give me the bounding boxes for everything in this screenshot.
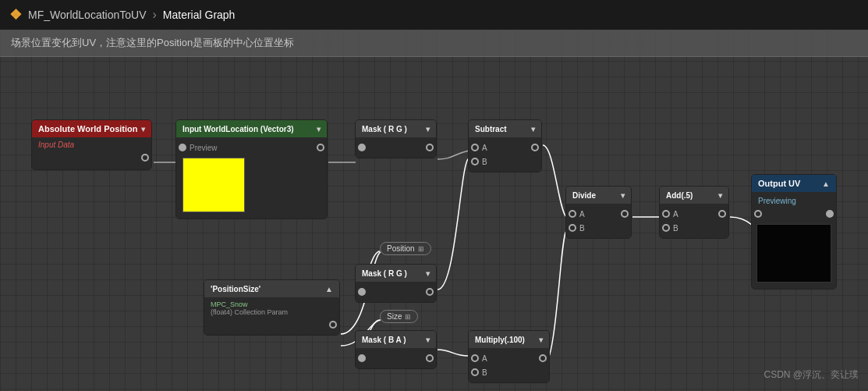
node-absolute-world-position[interactable]: Absolute World Position ▾ Input Data (31, 119, 152, 170)
possize-body: MPC_Snow (float4) Collection Param (204, 297, 339, 335)
mask-rg-top-body (356, 137, 436, 158)
multiply-output-pin[interactable] (539, 354, 547, 362)
node-awp-body: Input Data (32, 137, 151, 169)
node-size[interactable]: Size ⊞ (380, 308, 418, 323)
multiply-header: Multiply(.100) ▾ (469, 331, 549, 348)
node-subtract[interactable]: Subtract ▾ A B (468, 119, 542, 172)
node-iwl-header: Input WorldLocation (Vector3) ▾ (176, 120, 327, 137)
node-position-size[interactable]: 'PositionSize' ▲ MPC_Snow (float4) Colle… (204, 279, 340, 336)
mask-ba-header: Mask ( B A ) ▾ (356, 331, 436, 348)
position-icon: ⊞ (418, 245, 424, 253)
graph-canvas[interactable]: 场景位置变化到UV，注意这里的Position是画板的中心位置坐标 Absol (0, 30, 868, 391)
multiply-body: A B (469, 348, 549, 382)
add-a-pin[interactable] (662, 210, 670, 218)
subtract-b-pin[interactable] (471, 158, 479, 165)
mask-rg-bot-header: Mask ( R G ) ▾ (356, 265, 436, 282)
node-awp-header: Absolute World Position ▾ (32, 120, 151, 137)
possize-chevron[interactable]: ▲ (325, 285, 333, 293)
iwl-preview-area (182, 158, 245, 212)
awp-output-pin[interactable] (141, 154, 149, 162)
mask-ba-output-pin[interactable] (426, 354, 434, 362)
add-b-pin[interactable] (662, 224, 670, 232)
canvas-banner: 场景位置变化到UV，注意这里的Position是画板的中心位置坐标 (0, 30, 868, 57)
project-name[interactable]: MF_WorldLocationToUV (28, 9, 146, 21)
divide-chevron[interactable]: ▾ (621, 191, 625, 200)
output-chevron[interactable]: ▲ (822, 180, 830, 188)
mask-ba-body (356, 348, 436, 368)
mask-rg-bot-output-pin[interactable] (426, 288, 434, 296)
iwl-preview-label: Preview (176, 140, 327, 155)
size-label: Size (387, 312, 402, 321)
mask-rg-top-output-pin[interactable] (426, 144, 434, 151)
iwl-input-pin[interactable] (179, 144, 186, 151)
node-position[interactable]: Position ⊞ (380, 240, 431, 255)
awp-output-row (32, 151, 151, 165)
output-preview (756, 224, 831, 283)
add-header: Add(.5) ▾ (660, 187, 728, 204)
node-divide[interactable]: Divide ▾ A B (565, 186, 632, 239)
possize-subtitle2: (float4) Collection Param (204, 308, 339, 318)
size-icon: ⊞ (405, 313, 411, 321)
mask-ba-chevron[interactable]: ▾ (426, 336, 430, 344)
mask-rg-top-header: Mask ( R G ) ▾ (356, 120, 436, 137)
node-add[interactable]: Add(.5) ▾ A B (659, 186, 729, 239)
mask-ba-input-pin[interactable] (358, 354, 366, 362)
subtract-body: A B (469, 137, 541, 172)
subtract-header: Subtract ▾ (469, 120, 541, 137)
awp-chevron[interactable]: ▾ (141, 125, 145, 133)
subtract-a-pin[interactable] (471, 144, 479, 151)
app-icon: ❖ (9, 6, 22, 23)
divide-b-pin[interactable] (569, 224, 576, 232)
iwl-output-pin[interactable] (317, 144, 324, 151)
breadcrumb-separator: › (152, 8, 156, 22)
divide-output-pin[interactable] (621, 210, 629, 218)
divide-body: A B (566, 204, 631, 238)
output-subtitle: Previewing (752, 195, 836, 207)
output-body: Previewing (752, 192, 836, 289)
mask-rg-top-input-pin[interactable] (358, 144, 366, 151)
multiply-a-pin[interactable] (471, 354, 479, 362)
subtract-chevron[interactable]: ▾ (531, 125, 535, 133)
node-input-world-location[interactable]: Input WorldLocation (Vector3) ▾ Preview (175, 119, 328, 219)
mask-rg-bot-chevron[interactable]: ▾ (426, 269, 430, 278)
header-bar: ❖ MF_WorldLocationToUV › Material Graph (0, 0, 868, 30)
multiply-b-pin[interactable] (471, 368, 479, 376)
watermark: CSDN @浮沉、奕让璞 (763, 368, 859, 382)
node-output-uv[interactable]: Output UV ▲ Previewing (751, 174, 837, 290)
divide-header: Divide ▾ (566, 187, 631, 204)
node-mask-rg-top[interactable]: Mask ( R G ) ▾ (355, 119, 437, 158)
possize-header: 'PositionSize' ▲ (204, 280, 339, 297)
add-output-pin[interactable] (718, 210, 726, 218)
divide-a-pin[interactable] (569, 210, 576, 218)
current-page: Material Graph (163, 9, 236, 21)
breadcrumb: MF_WorldLocationToUV › Material Graph (28, 8, 235, 22)
iwl-chevron[interactable]: ▾ (317, 125, 321, 133)
output-out-pin[interactable] (826, 210, 834, 218)
output-header: Output UV ▲ (752, 175, 836, 192)
possize-output-pin[interactable] (329, 321, 337, 329)
add-chevron[interactable]: ▾ (718, 191, 722, 200)
mask-rg-bot-input-pin[interactable] (358, 288, 366, 296)
subtract-output-pin[interactable] (531, 144, 539, 151)
mask-rg-top-chevron[interactable]: ▾ (426, 125, 430, 133)
node-mask-rg-bot[interactable]: Mask ( R G ) ▾ (355, 264, 437, 303)
mask-rg-bot-body (356, 282, 436, 302)
possize-subtitle: MPC_Snow (204, 300, 339, 308)
node-mask-ba[interactable]: Mask ( B A ) ▾ (355, 330, 437, 369)
multiply-chevron[interactable]: ▾ (539, 336, 543, 344)
output-input-pin[interactable] (754, 210, 762, 218)
node-multiply[interactable]: Multiply(.100) ▾ A B (468, 330, 550, 383)
position-label: Position (387, 244, 415, 253)
awp-subtitle: Input Data (32, 140, 151, 151)
add-body: A B (660, 204, 728, 238)
node-iwl-body: Preview (176, 137, 327, 219)
